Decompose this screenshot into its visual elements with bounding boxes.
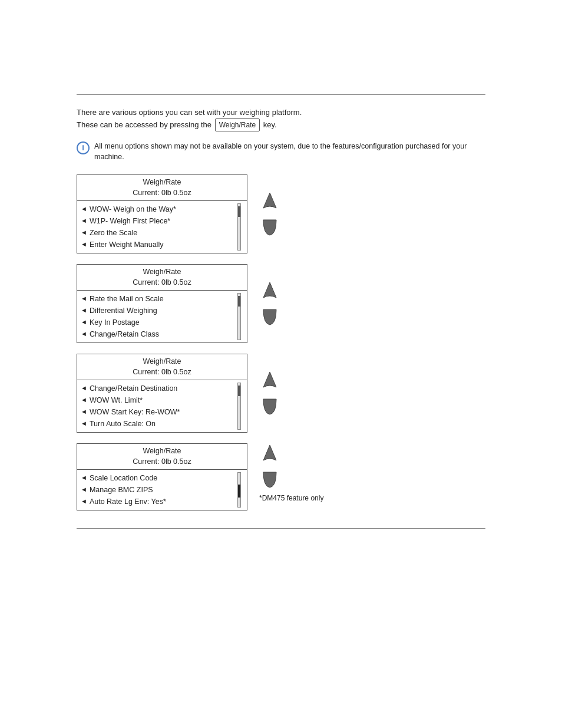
panel-4-title: Weigh/Rate bbox=[81, 446, 243, 457]
bottom-rule bbox=[77, 528, 485, 529]
panel-2-items: ◄Rate the Mail on Scale ◄Differential We… bbox=[81, 293, 234, 340]
panel-2-header: Weigh/Rate Current: 0lb 0.5oz bbox=[77, 265, 247, 291]
down-arrow-icon bbox=[262, 306, 277, 326]
arrow-icon: ◄ bbox=[81, 216, 87, 226]
arrow-icon: ◄ bbox=[81, 485, 87, 495]
arrow-icon: ◄ bbox=[81, 317, 87, 328]
arrow-icon: ◄ bbox=[81, 419, 87, 429]
panel-3-body: ◄Change/Retain Destination ◄WOW Wt. Limi… bbox=[77, 380, 247, 432]
up-button[interactable] bbox=[262, 443, 278, 465]
list-item: ◄Manage BMC ZIPS bbox=[81, 484, 234, 496]
list-item: ◄Turn Auto Scale: On bbox=[81, 418, 234, 430]
panel-1-body: ◄WOW- Weigh on the Way* ◄W1P- Weigh Firs… bbox=[77, 201, 247, 253]
arrow-icon: ◄ bbox=[81, 407, 87, 417]
scrollbar-2 bbox=[236, 293, 242, 340]
up-button[interactable] bbox=[262, 191, 278, 212]
panel-row-1: Weigh/Rate Current: 0lb 0.5oz ◄WOW- Weig… bbox=[77, 174, 485, 253]
list-item: ◄WOW Start Key: Re-WOW* bbox=[81, 406, 234, 418]
panel-4-body: ◄Scale Location Code ◄Manage BMC ZIPS ◄A… bbox=[77, 470, 247, 510]
scrollbar-thumb bbox=[238, 296, 240, 307]
panel-1-title: Weigh/Rate bbox=[81, 177, 243, 188]
panel-3-title: Weigh/Rate bbox=[81, 357, 243, 367]
info-note: All menu options shown may not be availa… bbox=[94, 141, 485, 163]
panel-row-2: Weigh/Rate Current: 0lb 0.5oz ◄Rate the … bbox=[77, 264, 485, 343]
list-item: ◄Rate the Mail on Scale bbox=[81, 293, 234, 305]
panel-1-header: Weigh/Rate Current: 0lb 0.5oz bbox=[77, 175, 247, 201]
panel-3-items: ◄Change/Retain Destination ◄WOW Wt. Limi… bbox=[81, 383, 234, 430]
list-item: ◄Auto Rate Lg Env: Yes* bbox=[81, 496, 234, 508]
up-arrow-icon bbox=[262, 371, 277, 391]
scrollbar-track bbox=[237, 472, 241, 508]
panel-row-3: Weigh/Rate Current: 0lb 0.5oz ◄Change/Re… bbox=[77, 354, 485, 433]
intro-paragraph: There are various options you can set wi… bbox=[77, 107, 485, 131]
nav-and-note-4: *DM475 feature only bbox=[257, 443, 323, 502]
arrow-icon: ◄ bbox=[81, 239, 87, 250]
nav-buttons-1 bbox=[262, 191, 278, 237]
arrow-icon: ◄ bbox=[81, 395, 87, 406]
list-item: ◄Change/Retain Class bbox=[81, 328, 234, 340]
arrow-icon: ◄ bbox=[81, 228, 87, 238]
up-arrow-icon bbox=[262, 281, 277, 301]
intro-line2: These can be accessed by pressing the bbox=[77, 120, 211, 129]
page-container: There are various options you can set wi… bbox=[0, 94, 562, 728]
nav-buttons-4 bbox=[262, 443, 278, 489]
down-button[interactable] bbox=[262, 305, 278, 327]
scrollbar-3 bbox=[236, 383, 242, 430]
scrollbar-thumb bbox=[238, 386, 240, 396]
up-button[interactable] bbox=[262, 370, 278, 391]
panel-4-current: Current: 0lb 0.5oz bbox=[81, 457, 243, 467]
list-item: ◄Differential Weighing bbox=[81, 305, 234, 317]
panel-row-4: Weigh/Rate Current: 0lb 0.5oz ◄Scale Loc… bbox=[77, 443, 485, 510]
menu-panel-4: Weigh/Rate Current: 0lb 0.5oz ◄Scale Loc… bbox=[77, 443, 247, 510]
up-button[interactable] bbox=[262, 281, 278, 302]
panels-area: Weigh/Rate Current: 0lb 0.5oz ◄WOW- Weig… bbox=[77, 174, 485, 510]
arrow-icon: ◄ bbox=[81, 329, 87, 340]
list-item: ◄Enter Weight Manually bbox=[81, 239, 234, 251]
panel-1-items: ◄WOW- Weigh on the Way* ◄W1P- Weigh Firs… bbox=[81, 203, 234, 251]
arrow-icon: ◄ bbox=[81, 383, 87, 394]
list-item: ◄Scale Location Code bbox=[81, 472, 234, 484]
down-button[interactable] bbox=[262, 216, 278, 237]
menu-panel-2: Weigh/Rate Current: 0lb 0.5oz ◄Rate the … bbox=[77, 264, 247, 343]
scrollbar-track bbox=[237, 293, 241, 340]
key-label: Weigh/Rate bbox=[215, 118, 260, 131]
footnote: *DM475 feature only bbox=[259, 494, 323, 502]
menu-panel-1: Weigh/Rate Current: 0lb 0.5oz ◄WOW- Weig… bbox=[77, 174, 247, 253]
arrow-icon: ◄ bbox=[81, 473, 87, 483]
info-icon: i bbox=[77, 141, 90, 154]
scrollbar-track bbox=[237, 383, 241, 430]
panel-2-body: ◄Rate the Mail on Scale ◄Differential We… bbox=[77, 291, 247, 342]
menu-panel-3: Weigh/Rate Current: 0lb 0.5oz ◄Change/Re… bbox=[77, 354, 247, 433]
down-arrow-icon bbox=[262, 216, 277, 236]
panel-4-header: Weigh/Rate Current: 0lb 0.5oz bbox=[77, 444, 247, 470]
list-item: ◄Key In Postage bbox=[81, 317, 234, 328]
panel-2-current: Current: 0lb 0.5oz bbox=[81, 278, 243, 288]
intro-line3: key. bbox=[263, 120, 277, 129]
up-arrow-icon bbox=[262, 192, 277, 212]
down-button[interactable] bbox=[262, 395, 278, 416]
list-item: ◄WOW Wt. Limit* bbox=[81, 394, 234, 406]
arrow-icon: ◄ bbox=[81, 496, 87, 507]
info-box: i All menu options shown may not be avai… bbox=[77, 141, 485, 163]
top-rule bbox=[77, 94, 485, 95]
scrollbar-track bbox=[237, 203, 241, 251]
arrow-icon: ◄ bbox=[81, 294, 87, 304]
list-item: ◄W1P- Weigh First Piece* bbox=[81, 215, 234, 227]
scrollbar-4 bbox=[236, 472, 242, 508]
nav-buttons-2 bbox=[262, 281, 278, 327]
panel-3-current: Current: 0lb 0.5oz bbox=[81, 367, 243, 378]
arrow-icon: ◄ bbox=[81, 305, 87, 316]
down-button[interactable] bbox=[262, 468, 278, 489]
nav-buttons-3 bbox=[262, 370, 278, 416]
scrollbar-1 bbox=[236, 203, 242, 251]
panel-3-header: Weigh/Rate Current: 0lb 0.5oz bbox=[77, 354, 247, 380]
list-item: ◄Change/Retain Destination bbox=[81, 383, 234, 394]
intro-line1: There are various options you can set wi… bbox=[77, 108, 302, 117]
panel-1-current: Current: 0lb 0.5oz bbox=[81, 188, 243, 199]
list-item: ◄Zero the Scale bbox=[81, 227, 234, 239]
panel-4-items: ◄Scale Location Code ◄Manage BMC ZIPS ◄A… bbox=[81, 472, 234, 508]
up-arrow-icon bbox=[262, 444, 277, 464]
scrollbar-thumb bbox=[238, 206, 240, 217]
arrow-icon: ◄ bbox=[81, 204, 87, 215]
down-arrow-icon bbox=[262, 469, 277, 489]
